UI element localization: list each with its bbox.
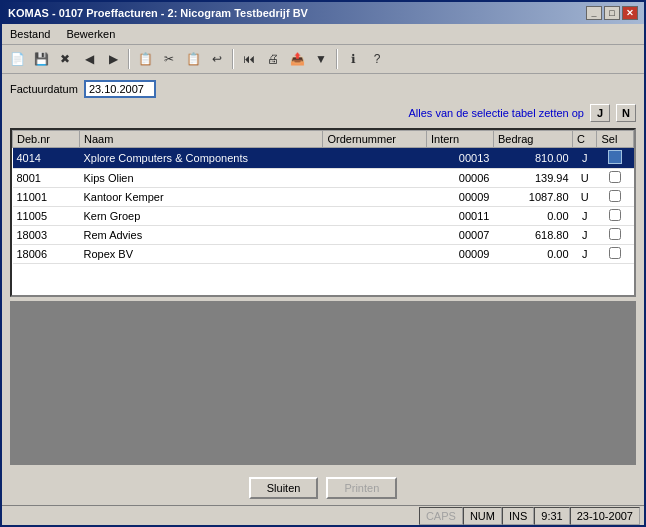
titlebar: KOMAS - 0107 Proeffacturen - 2: Nicogram… <box>2 2 644 24</box>
sel-checkbox[interactable] <box>609 171 621 183</box>
sel-checkbox[interactable] <box>609 209 621 221</box>
selection-n-button[interactable]: N <box>616 104 636 122</box>
table-body: 4014Xplore Computers & Components0001381… <box>13 148 634 264</box>
data-table: Deb.nr Naam Ordernummer Intern Bedrag C … <box>12 130 634 264</box>
table-row[interactable]: 11005Kern Groep000110.00J <box>13 207 634 226</box>
sluiten-button[interactable]: Sluiten <box>249 477 319 499</box>
selection-j-button[interactable]: J <box>590 104 610 122</box>
toolbar-first[interactable]: ⏮ <box>238 48 260 70</box>
time-indicator: 9:31 <box>534 507 569 525</box>
toolbar-back[interactable]: ◀ <box>78 48 100 70</box>
col-intern: Intern <box>426 131 493 148</box>
menu-bestand[interactable]: Bestand <box>6 26 54 42</box>
caps-indicator: CAPS <box>419 507 463 525</box>
toolbar-undo[interactable]: ↩ <box>206 48 228 70</box>
sel-checkbox[interactable] <box>609 247 621 259</box>
sel-checkbox[interactable] <box>609 190 621 202</box>
toolbar-paste[interactable]: 📋 <box>182 48 204 70</box>
toolbar-forward[interactable]: ▶ <box>102 48 124 70</box>
titlebar-buttons: _ □ ✕ <box>586 6 638 20</box>
menu-bewerken[interactable]: Bewerken <box>62 26 119 42</box>
ins-indicator: INS <box>502 507 534 525</box>
maximize-button[interactable]: □ <box>604 6 620 20</box>
toolbar-delete[interactable]: ✖ <box>54 48 76 70</box>
table-row[interactable]: 8001Kips Olien00006139.94U <box>13 169 634 188</box>
menubar: Bestand Bewerken <box>2 24 644 45</box>
toolbar-copy2[interactable]: 📋 <box>134 48 156 70</box>
content-area: Factuurdatum Alles van de selectie tabel… <box>2 74 644 471</box>
toolbar-save[interactable]: 💾 <box>30 48 52 70</box>
table-header-row: Deb.nr Naam Ordernummer Intern Bedrag C … <box>13 131 634 148</box>
table-row[interactable]: 4014Xplore Computers & Components0001381… <box>13 148 634 169</box>
selection-text: Alles van de selectie tabel zetten op <box>408 107 584 119</box>
col-debnr: Deb.nr <box>13 131 80 148</box>
col-bedrag: Bedrag <box>493 131 572 148</box>
toolbar-help[interactable]: ? <box>366 48 388 70</box>
toolbar-dropdown[interactable]: ▼ <box>310 48 332 70</box>
close-button[interactable]: ✕ <box>622 6 638 20</box>
toolbar-print[interactable]: 🖨 <box>262 48 284 70</box>
factuurdatum-row: Factuurdatum <box>10 80 636 98</box>
toolbar-new[interactable]: 📄 <box>6 48 28 70</box>
toolbar-export[interactable]: 📤 <box>286 48 308 70</box>
data-table-container: Deb.nr Naam Ordernummer Intern Bedrag C … <box>10 128 636 297</box>
sel-checkbox-checked[interactable] <box>608 150 622 164</box>
selection-row: Alles van de selectie tabel zetten op J … <box>10 104 636 122</box>
col-ordernummer: Ordernummer <box>323 131 427 148</box>
toolbar: 📄 💾 ✖ ◀ ▶ 📋 ✂ 📋 ↩ ⏮ 🖨 📤 ▼ ℹ ? <box>2 45 644 74</box>
toolbar-sep-1 <box>128 49 130 69</box>
date-indicator: 23-10-2007 <box>570 507 640 525</box>
toolbar-info[interactable]: ℹ <box>342 48 364 70</box>
toolbar-sep-3 <box>336 49 338 69</box>
factuurdatum-label: Factuurdatum <box>10 83 78 95</box>
table-row[interactable]: 18003Rem Advies00007618.80J <box>13 226 634 245</box>
table-row[interactable]: 18006Ropex BV000090.00J <box>13 245 634 264</box>
sel-checkbox[interactable] <box>609 228 621 240</box>
window-title: KOMAS - 0107 Proeffacturen - 2: Nicogram… <box>8 7 308 19</box>
table-row[interactable]: 11001Kantoor Kemper000091087.80U <box>13 188 634 207</box>
col-naam: Naam <box>79 131 323 148</box>
empty-gray-area <box>10 301 636 466</box>
num-indicator: NUM <box>463 507 502 525</box>
col-sel: Sel <box>597 131 634 148</box>
printen-button[interactable]: Printen <box>326 477 397 499</box>
col-c: C <box>573 131 597 148</box>
minimize-button[interactable]: _ <box>586 6 602 20</box>
toolbar-cut[interactable]: ✂ <box>158 48 180 70</box>
main-window: KOMAS - 0107 Proeffacturen - 2: Nicogram… <box>0 0 646 527</box>
statusbar: CAPS NUM INS 9:31 23-10-2007 <box>2 505 644 525</box>
toolbar-sep-2 <box>232 49 234 69</box>
bottom-buttons: Sluiten Printen <box>2 471 644 505</box>
factuurdatum-input[interactable] <box>84 80 156 98</box>
